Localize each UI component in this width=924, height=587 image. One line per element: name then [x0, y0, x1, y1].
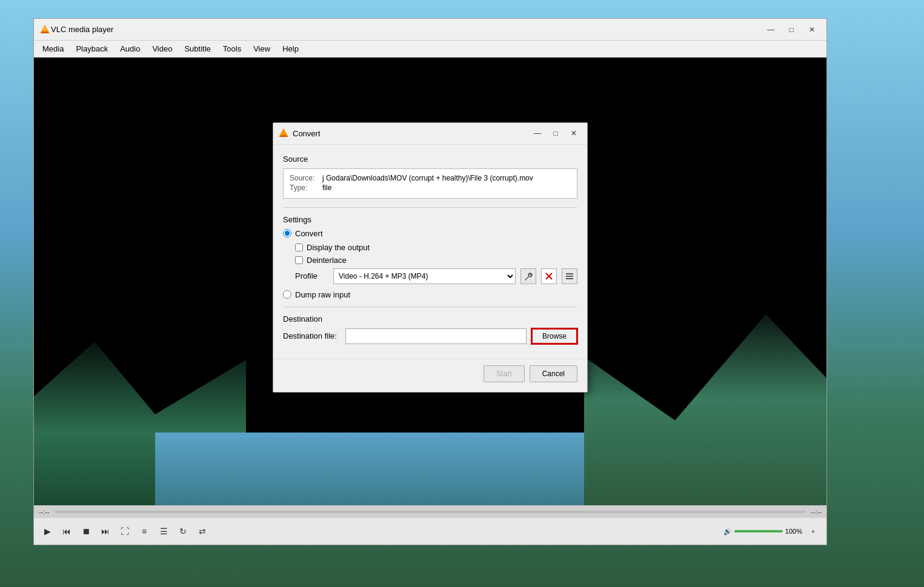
minimize-button[interactable]: —	[761, 21, 780, 38]
volume-area: 🔊 100% +	[723, 523, 822, 540]
profile-list-button[interactable]	[562, 268, 577, 284]
menu-view[interactable]: View	[247, 42, 276, 56]
dialog-titlebar: Convert — □ ✕	[273, 123, 587, 145]
progress-bar-area: --:-- --:--	[34, 506, 826, 518]
profile-select[interactable]: Video - H.264 + MP3 (MP4) Video - H.265 …	[333, 268, 516, 284]
loop-button[interactable]: ↻	[174, 523, 191, 540]
type-label: Type:	[290, 184, 320, 192]
dialog-close-button[interactable]: ✕	[565, 125, 582, 141]
settings-section-label: Settings	[283, 215, 577, 224]
deinterlace-row: Deinterlace	[295, 256, 577, 265]
wrench-icon	[524, 272, 533, 280]
close-button[interactable]: ✕	[802, 21, 822, 38]
next-button[interactable]: ⏭	[97, 523, 114, 540]
type-value: file	[322, 184, 331, 192]
svg-rect-10	[566, 276, 573, 277]
source-type-row: Type: file	[290, 184, 571, 192]
dump-raw-label: Dump raw input	[295, 290, 350, 299]
dump-raw-row: Dump raw input	[283, 290, 577, 299]
fullscreen-button[interactable]: ⛶	[116, 523, 133, 540]
playlist-button[interactable]: ☰	[155, 523, 172, 540]
destination-section: Destination Destination file: Browse	[283, 314, 577, 344]
vlc-window-title: VLC media player	[51, 25, 761, 34]
display-output-label: Display the output	[307, 243, 370, 252]
vlc-titlebar: VLC media player — □ ✕	[34, 19, 826, 41]
divider-1	[283, 207, 577, 208]
dialog-title: Convert	[293, 129, 529, 138]
menu-tools[interactable]: Tools	[217, 42, 247, 56]
start-button[interactable]: Start	[484, 365, 524, 382]
svg-rect-5	[281, 134, 286, 136]
volume-bar[interactable]	[734, 530, 783, 532]
menu-video[interactable]: Video	[146, 42, 178, 56]
play-button[interactable]: ▶	[39, 523, 56, 540]
dialog-body: Source Source: j Godara\Downloads\MOV (c…	[273, 145, 587, 354]
svg-rect-11	[566, 278, 573, 279]
deinterlace-label: Deinterlace	[307, 256, 347, 265]
menu-media[interactable]: Media	[36, 42, 70, 56]
window-controls: — □ ✕	[761, 21, 822, 38]
svg-rect-6	[280, 136, 287, 137]
divider-2	[283, 307, 577, 307]
deinterlace-checkbox[interactable]	[295, 256, 303, 264]
vlc-controls: --:-- --:-- ▶ ⏮ ⏹ ⏭ ⛶ ≡ ☰ ↻ ⇄ 🔊 100% +	[34, 505, 826, 545]
volume-label: 100%	[785, 528, 802, 535]
maximize-button[interactable]: □	[782, 21, 801, 38]
menu-playback[interactable]: Playback	[70, 42, 114, 56]
random-button[interactable]: ⇄	[194, 523, 211, 540]
svg-rect-1	[42, 31, 47, 32]
stop-button[interactable]: ⏹	[78, 523, 95, 540]
progress-track[interactable]	[55, 511, 806, 513]
dialog-overlay: Convert — □ ✕ Source Source: j	[34, 58, 826, 505]
destination-file-label: Destination file:	[283, 331, 341, 340]
time-left: --:--	[39, 508, 50, 516]
dialog-footer: Start Cancel	[273, 359, 587, 392]
source-box: Source: j Godara\Downloads\MOV (corrupt …	[283, 168, 577, 199]
browse-button[interactable]: Browse	[531, 328, 577, 344]
controls-row: ▶ ⏮ ⏹ ⏭ ⛶ ≡ ☰ ↻ ⇄ 🔊 100% +	[34, 518, 826, 545]
menu-help[interactable]: Help	[276, 42, 305, 56]
cancel-button[interactable]: Cancel	[530, 365, 577, 382]
vlc-video-area: Convert — □ ✕ Source Source: j	[34, 58, 826, 505]
dump-raw-radio[interactable]	[283, 290, 291, 299]
profile-row: Profile Video - H.264 + MP3 (MP4) Video …	[295, 268, 577, 284]
volume-icon: 🔊	[723, 528, 732, 536]
convert-radio-row: Convert	[283, 229, 577, 238]
svg-rect-2	[41, 32, 48, 33]
time-right: --:--	[811, 508, 822, 516]
display-output-row: Display the output	[295, 243, 577, 252]
dialog-window-controls: — □ ✕	[529, 125, 582, 141]
menu-subtitle[interactable]: Subtitle	[178, 42, 216, 56]
red-x-icon	[545, 272, 553, 280]
source-section-label: Source	[283, 154, 577, 164]
svg-rect-3	[44, 27, 46, 31]
svg-rect-9	[566, 273, 573, 274]
vlc-menubar: Media Playback Audio Video Subtitle Tool…	[34, 41, 826, 58]
list-icon	[565, 272, 574, 280]
prev-button[interactable]: ⏮	[58, 523, 75, 540]
volume-increase-button[interactable]: +	[805, 523, 822, 540]
volume-fill	[734, 530, 783, 532]
extended-button[interactable]: ≡	[136, 523, 153, 540]
dialog-minimize-button[interactable]: —	[529, 125, 546, 141]
convert-radio[interactable]	[283, 229, 291, 237]
destination-file-input[interactable]	[345, 328, 527, 344]
profile-delete-button[interactable]	[541, 268, 557, 284]
settings-section: Settings Convert Display the output	[283, 215, 577, 299]
vlc-app-icon	[39, 24, 51, 36]
source-label: Source:	[290, 174, 320, 182]
destination-section-label: Destination	[283, 314, 577, 323]
menu-audio[interactable]: Audio	[114, 42, 146, 56]
profile-settings-button[interactable]	[520, 268, 536, 284]
source-path-value: j Godara\Downloads\MOV (corrupt + health…	[322, 174, 533, 182]
display-output-checkbox[interactable]	[295, 244, 303, 251]
source-path-row: Source: j Godara\Downloads\MOV (corrupt …	[290, 174, 571, 182]
profile-label: Profile	[295, 271, 328, 280]
destination-file-row: Destination file: Browse	[283, 328, 577, 344]
vlc-main-window: VLC media player — □ ✕ Media Playback Au…	[33, 18, 827, 545]
dialog-maximize-button[interactable]: □	[547, 125, 564, 141]
convert-dialog: Convert — □ ✕ Source Source: j	[273, 122, 588, 393]
dialog-vlc-icon	[278, 128, 289, 139]
convert-radio-label: Convert	[295, 229, 323, 238]
